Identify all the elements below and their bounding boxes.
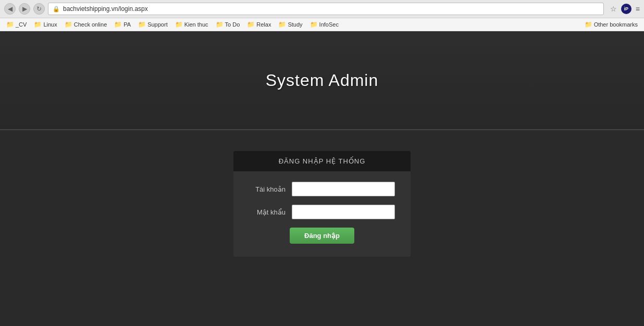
star-icon[interactable]: ☆ xyxy=(610,5,617,13)
button-row: Đăng nhập xyxy=(249,228,395,244)
bookmark-support[interactable]: 📁 Support xyxy=(135,20,171,29)
bookmark-label: Kien thuc xyxy=(184,21,208,28)
bookmark-check-online[interactable]: 📁 Check online xyxy=(61,20,110,29)
folder-icon: 📁 xyxy=(175,21,183,28)
bookmark-kien-thuc[interactable]: 📁 Kien thuc xyxy=(172,20,212,29)
folder-icon: 📁 xyxy=(310,21,318,28)
bookmark-todo[interactable]: 📁 To Do xyxy=(213,20,243,29)
username-label: Tài khoản xyxy=(249,185,286,193)
folder-icon: 📁 xyxy=(6,21,14,28)
password-label: Mật khẩu xyxy=(249,208,286,216)
folder-icon: 📁 xyxy=(114,21,122,28)
username-input[interactable] xyxy=(292,182,395,196)
bookmark-linux[interactable]: 📁 Linux xyxy=(31,20,60,29)
bookmark-label: _CV xyxy=(16,21,27,28)
folder-icon: 📁 xyxy=(247,21,255,28)
lock-icon: 🔒 xyxy=(53,6,60,12)
bookmark-label: Relax xyxy=(256,21,271,28)
bookmark-label: PA xyxy=(123,21,131,28)
login-form: Tài khoản Mật khẩu Đăng nhập xyxy=(233,171,411,257)
login-box: ĐĂNG NHẬP HỆ THỐNG Tài khoản Mật khẩu Đă… xyxy=(233,151,411,257)
bookmark-study[interactable]: 📁 Study xyxy=(275,20,305,29)
url-text: bachvietshipping.vn/login.aspx xyxy=(63,5,148,12)
browser-toolbar: ◀ ▶ ↻ 🔒 bachvietshipping.vn/login.aspx ☆… xyxy=(0,0,644,18)
folder-icon: 📁 xyxy=(138,21,146,28)
folder-icon: 📁 xyxy=(34,21,42,28)
bookmark-label: To Do xyxy=(225,21,240,28)
folder-icon: 📁 xyxy=(65,21,72,28)
bookmark-cv[interactable]: 📁 _CV xyxy=(3,20,30,29)
bookmark-label: Check online xyxy=(74,21,107,28)
forward-button[interactable]: ▶ xyxy=(19,3,30,15)
password-input[interactable] xyxy=(292,205,395,219)
login-button[interactable]: Đăng nhập xyxy=(290,228,354,244)
other-bookmarks-label: Other bookmarks xyxy=(594,21,638,28)
username-row: Tài khoản xyxy=(249,182,395,196)
folder-icon: 📁 xyxy=(278,21,286,28)
address-bar[interactable]: 🔒 bachvietshipping.vn/login.aspx xyxy=(48,3,604,15)
bookmark-infosec[interactable]: 📁 InfoSec xyxy=(307,20,342,29)
other-bookmarks[interactable]: 📁 Other bookmarks xyxy=(581,20,641,29)
page-title: System Admin xyxy=(266,71,379,90)
bookmarks-bar: 📁 _CV 📁 Linux 📁 Check online 📁 PA 📁 Supp… xyxy=(0,18,644,31)
menu-icon[interactable]: ≡ xyxy=(636,5,640,13)
folder-icon: 📁 xyxy=(585,21,592,28)
refresh-button[interactable]: ↻ xyxy=(33,3,45,15)
bookmark-relax[interactable]: 📁 Relax xyxy=(244,20,274,29)
bookmark-label: Support xyxy=(147,21,168,28)
back-button[interactable]: ◀ xyxy=(4,3,16,15)
page-content: System Admin ĐĂNG NHẬP HỆ THỐNG Tài khoả… xyxy=(0,31,644,326)
bookmark-label: Linux xyxy=(43,21,57,28)
bookmark-label: InfoSec xyxy=(319,21,339,28)
folder-icon: 📁 xyxy=(216,21,224,28)
top-section: System Admin xyxy=(0,31,644,130)
password-row: Mật khẩu xyxy=(249,205,395,219)
bookmark-label: Study xyxy=(288,21,302,28)
ip-badge[interactable]: iP xyxy=(621,4,631,14)
login-header: ĐĂNG NHẬP HỆ THỐNG xyxy=(233,151,411,171)
browser-actions: ☆ iP ≡ xyxy=(610,4,640,14)
bookmark-pa[interactable]: 📁 PA xyxy=(111,20,134,29)
browser-chrome: ◀ ▶ ↻ 🔒 bachvietshipping.vn/login.aspx ☆… xyxy=(0,0,644,31)
login-section: ĐĂNG NHẬP HỆ THỐNG Tài khoản Mật khẩu Đă… xyxy=(0,130,644,326)
